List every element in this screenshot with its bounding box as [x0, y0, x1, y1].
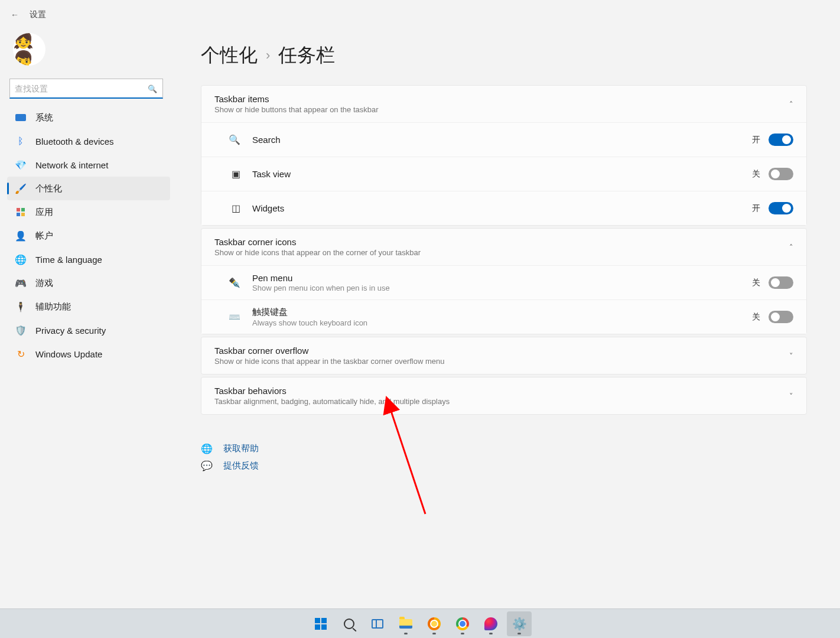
main-content: 个性化 › 任务栏 Taskbar items Show or hide but…: [177, 30, 840, 608]
task-view-icon: ▣: [214, 168, 252, 180]
section-subtitle: Show or hide icons that appear on the co…: [214, 248, 421, 257]
section-header-corner-overflow[interactable]: Taskbar corner overflow Show or hide ico…: [201, 337, 806, 374]
toggle-state-label: 开: [752, 203, 760, 214]
taskbar-search-button[interactable]: [337, 611, 362, 636]
sidebar-item-label: 应用: [35, 207, 53, 218]
get-help-link[interactable]: 🌐 获取帮助: [201, 443, 807, 454]
toggle-search[interactable]: [769, 134, 793, 146]
chevron-down-icon: ˅: [789, 351, 793, 360]
help-icon: 🌐: [201, 443, 213, 454]
section-subtitle: Show or hide icons that appear in the ta…: [214, 357, 445, 366]
app-title: 设置: [30, 9, 46, 20]
sidebar-item-windows-update[interactable]: ↻ Windows Update: [7, 342, 170, 366]
sidebar-item-label: Network & internet: [35, 160, 108, 170]
section-corner-icons: Taskbar corner icons Show or hide icons …: [201, 228, 807, 334]
taskbar-settings[interactable]: ⚙️: [507, 611, 532, 636]
section-taskbar-behaviors: Taskbar behaviors Taskbar alignment, bad…: [201, 377, 807, 415]
windows-logo-icon: [315, 618, 327, 630]
avatar[interactable]: 👧👦: [13, 33, 45, 66]
section-taskbar-items: Taskbar items Show or hide buttons that …: [201, 85, 807, 226]
back-arrow-icon[interactable]: ←: [11, 10, 19, 19]
section-header-corner-icons[interactable]: Taskbar corner icons Show or hide icons …: [201, 229, 806, 265]
toggle-task-view[interactable]: [769, 168, 793, 180]
search-wrap: 🔍: [9, 79, 163, 99]
toggle-widgets[interactable]: [769, 202, 793, 214]
breadcrumb-parent[interactable]: 个性化: [201, 43, 258, 69]
sidebar-nav: 系统 ᛒ Bluetooth & devices 💎 Network & int…: [7, 106, 170, 366]
breadcrumb: 个性化 › 任务栏: [201, 43, 807, 69]
sidebar-item-bluetooth[interactable]: ᛒ Bluetooth & devices: [7, 129, 170, 153]
bluetooth-icon: ᛒ: [14, 135, 27, 148]
search-icon: 🔍: [214, 134, 252, 145]
row-subtitle: Show pen menu icon when pen is in use: [252, 284, 752, 292]
help-links: 🌐 获取帮助 💬 提供反馈: [201, 443, 807, 471]
row-title: Search: [252, 135, 752, 145]
update-icon: ↻: [14, 347, 27, 360]
sidebar-item-label: Windows Update: [35, 349, 102, 359]
row-title: Widgets: [252, 203, 752, 213]
start-button[interactable]: [308, 611, 333, 636]
title-bar: ← 设置: [0, 0, 840, 30]
chevron-up-icon: ˄: [789, 100, 793, 109]
row-widgets: ◫ Widgets 开: [201, 191, 806, 225]
chevron-right-icon: ›: [266, 48, 270, 63]
sidebar-item-time-language[interactable]: 🌐 Time & language: [7, 248, 170, 271]
row-subtitle: Always show touch keyboard icon: [252, 318, 752, 327]
row-title: 触摸键盘: [252, 307, 752, 318]
row-task-view: ▣ Task view 关: [201, 157, 806, 191]
task-view-icon: [372, 619, 383, 629]
section-title: Taskbar corner icons: [214, 237, 421, 247]
sidebar-item-label: 游戏: [35, 278, 53, 289]
sidebar-item-label: 帐户: [35, 230, 53, 242]
toggle-state-label: 关: [752, 312, 760, 323]
section-corner-overflow: Taskbar corner overflow Show or hide ico…: [201, 337, 807, 375]
taskbar-chrome-canary[interactable]: [422, 611, 447, 636]
gamepad-icon: 🎮: [14, 276, 27, 289]
chrome-canary-icon: [428, 617, 441, 630]
sidebar-item-accounts[interactable]: 👤 帐户: [7, 224, 170, 248]
search-icon: [344, 619, 354, 629]
sidebar-item-network[interactable]: 💎 Network & internet: [7, 153, 170, 177]
chrome-icon: [456, 617, 469, 630]
keyboard-icon: ⌨️: [214, 311, 252, 323]
sidebar-item-gaming[interactable]: 🎮 游戏: [7, 271, 170, 295]
taskbar-task-view-button[interactable]: [365, 611, 390, 636]
chevron-up-icon: ˄: [789, 243, 793, 252]
search-input[interactable]: [9, 79, 163, 99]
windows-taskbar: ⚙️: [0, 608, 840, 638]
avatar-image: 👧👦: [13, 33, 45, 66]
section-header-taskbar-behaviors[interactable]: Taskbar behaviors Taskbar alignment, bad…: [201, 377, 806, 414]
chevron-down-icon: ˅: [789, 392, 793, 401]
sidebar-item-label: Privacy & security: [35, 325, 106, 336]
apps-icon: [14, 206, 27, 219]
breadcrumb-current: 任务栏: [278, 43, 335, 69]
folder-icon: [399, 619, 412, 629]
toggle-state-label: 关: [752, 169, 760, 180]
taskbar-file-explorer[interactable]: [393, 611, 418, 636]
globe-icon: 🌐: [14, 253, 27, 266]
taskbar-chrome[interactable]: [450, 611, 475, 636]
sidebar-item-apps[interactable]: 应用: [7, 200, 170, 224]
section-header-taskbar-items[interactable]: Taskbar items Show or hide buttons that …: [201, 86, 806, 122]
sidebar: 👧👦 🔍 系统 ᛒ Bluetooth & devices 💎 Network …: [0, 30, 177, 608]
sidebar-item-system[interactable]: 系统: [7, 106, 170, 129]
toggle-touch-keyboard[interactable]: [769, 311, 793, 323]
sidebar-item-accessibility[interactable]: 🕴️ 辅助功能: [7, 295, 170, 318]
give-feedback-link[interactable]: 💬 提供反馈: [201, 460, 807, 471]
toggle-pen-menu[interactable]: [769, 276, 793, 289]
give-feedback-label: 提供反馈: [223, 460, 259, 471]
feedback-icon: 💬: [201, 460, 213, 471]
sidebar-item-privacy[interactable]: 🛡️ Privacy & security: [7, 318, 170, 342]
taskbar-paint[interactable]: [478, 611, 503, 636]
widgets-icon: ◫: [214, 203, 252, 214]
sidebar-item-label: Time & language: [35, 255, 102, 265]
shield-icon: 🛡️: [14, 324, 27, 337]
sidebar-item-label: 系统: [35, 112, 53, 123]
sidebar-item-personalization[interactable]: 🖌️ 个性化: [7, 177, 170, 200]
sidebar-item-label: Bluetooth & devices: [35, 136, 114, 147]
paint-icon: [484, 617, 497, 630]
section-title: Taskbar items: [214, 94, 379, 104]
section-subtitle: Taskbar alignment, badging, automaticall…: [214, 397, 450, 406]
sidebar-item-label: 个性化: [35, 183, 62, 194]
app-body: 👧👦 🔍 系统 ᛒ Bluetooth & devices 💎 Network …: [0, 30, 840, 608]
